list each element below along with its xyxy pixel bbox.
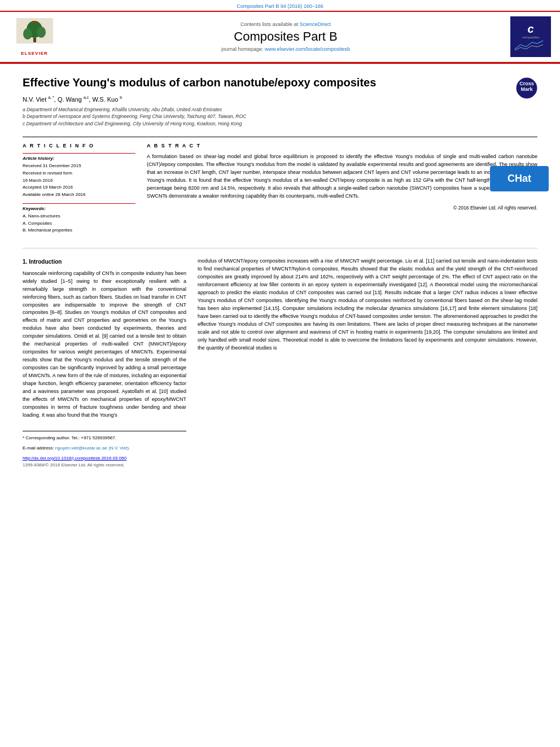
journal-center: Contents lists available at ScienceDirec…	[71, 21, 500, 52]
copyright-line: © 2016 Elsevier Ltd. All rights reserved…	[147, 205, 537, 211]
sciencedirect-link[interactable]: ScienceDirect	[300, 21, 331, 27]
affiliation-b: b Department of Aerospace and Systems En…	[23, 113, 537, 120]
contents-line: Contents lists available at ScienceDirec…	[71, 21, 500, 27]
keyword-1: A. Nano-structures	[23, 213, 135, 220]
section1-heading: 1. Introduction	[23, 257, 186, 267]
corresponding-author: * Corresponding author. Tel.: +971 52993…	[23, 435, 186, 442]
journal-citation-bar: Composites Part B 94 (2016) 160–166	[0, 0, 560, 11]
journal-header: ELSEVIER Contents lists available at Sci…	[0, 11, 560, 62]
article-info-heading: A R T I C L E I N F O	[23, 143, 135, 148]
intro-para-right: modulus of MWCNT/epoxy composites increa…	[198, 257, 537, 352]
left-column: 1. Introduction Nanoscale reinforcing ca…	[23, 257, 186, 469]
journal-title: Composites Part B	[71, 29, 500, 44]
received-date: Received 31 December 2015	[23, 163, 135, 170]
crossmark-area: Cross Mark	[516, 77, 537, 100]
abstract-text: A formulation based on shear-lag model a…	[147, 153, 537, 200]
svg-point-4	[37, 27, 46, 38]
email-line: E-mail address: nguyen.viet@kustar.ac.ae…	[23, 445, 186, 452]
available-online-date: Available online 28 March 2016	[23, 191, 135, 199]
svg-point-3	[23, 28, 32, 40]
intro-para-left: Nanoscale reinforcing capability of CNTs…	[23, 270, 186, 420]
logo-letter: c	[527, 23, 533, 36]
revised-date: 16 March 2016	[23, 177, 135, 185]
composites-journal-logo: c composites	[510, 16, 551, 57]
svg-rect-1	[33, 38, 36, 42]
abstract-section: A B S T R A C T A formulation based on s…	[147, 143, 537, 239]
article-info: A R T I C L E I N F O Article history: R…	[23, 143, 135, 239]
elsevier-name: ELSEVIER	[21, 51, 48, 56]
received-revised-label: Received in revised form	[23, 170, 135, 177]
svg-text:Cross: Cross	[519, 81, 534, 86]
accepted-date: Accepted 19 March 2016	[23, 184, 135, 191]
issn-line: 1359-8368/© 2016 Elsevier Ltd. All right…	[23, 462, 186, 469]
keywords-section: Keywords: A. Nano-structures A. Composit…	[23, 203, 135, 234]
authors-line: N.V. Viet a, *, Q. Wang a,c, W.S. Kuo b	[23, 95, 537, 103]
email-link[interactable]: nguyen.viet@kustar.ac.ae (N.V. Viet).	[55, 445, 130, 451]
affiliations: a Department of Mechanical Engineering, …	[23, 106, 537, 128]
article-history-heading: Article history:	[23, 156, 135, 161]
article-history-section: Article history: Received 31 December 20…	[23, 153, 135, 199]
svg-text:Mark: Mark	[520, 86, 533, 92]
journal-citation: Composites Part B 94 (2016) 160–166	[237, 3, 323, 9]
elsevier-logo: ELSEVIER	[9, 18, 60, 56]
affiliation-a: a Department of Mechanical Engineering, …	[23, 106, 537, 113]
doi-line: http://dx.doi.org/10.1016/j.compositesb.…	[23, 455, 186, 462]
crossmark-icon: Cross Mark	[516, 77, 537, 99]
keyword-3: B. Mechanical properties	[23, 227, 135, 234]
main-content: 1. Introduction Nanoscale reinforcing ca…	[23, 257, 537, 469]
logo-chart-icon	[514, 39, 548, 51]
homepage-url[interactable]: www.elsevier.com/locate/compositesb	[265, 46, 350, 52]
keywords-heading: Keywords:	[23, 206, 135, 211]
chat-button[interactable]: CHat	[490, 166, 549, 191]
authors-text: N.V. Viet a, *, Q. Wang a,c, W.S. Kuo b	[23, 96, 122, 103]
paper-title: Effective Young's modulus of carbon nano…	[23, 75, 537, 90]
homepage-line: journal homepage: www.elsevier.com/locat…	[71, 46, 500, 52]
abstract-heading: A B S T R A C T	[147, 143, 537, 148]
paper-body: Cross Mark Effective Young's modulus of …	[0, 64, 560, 480]
affiliation-c: c Department of Architecture and Civil E…	[23, 120, 537, 128]
section-divider	[23, 248, 537, 248]
elsevier-tree-icon	[16, 18, 53, 49]
keyword-2: A. Composites	[23, 220, 135, 228]
right-column: modulus of MWCNT/epoxy composites increa…	[198, 257, 537, 469]
journal-logo-area: c composites	[500, 16, 551, 57]
article-info-abstract-section: A R T I C L E I N F O Article history: R…	[23, 137, 537, 239]
doi-link[interactable]: http://dx.doi.org/10.1016/j.compositesb.…	[23, 456, 126, 461]
footnotes: * Corresponding author. Tel.: +971 52993…	[23, 431, 186, 452]
svg-rect-5	[32, 21, 37, 23]
